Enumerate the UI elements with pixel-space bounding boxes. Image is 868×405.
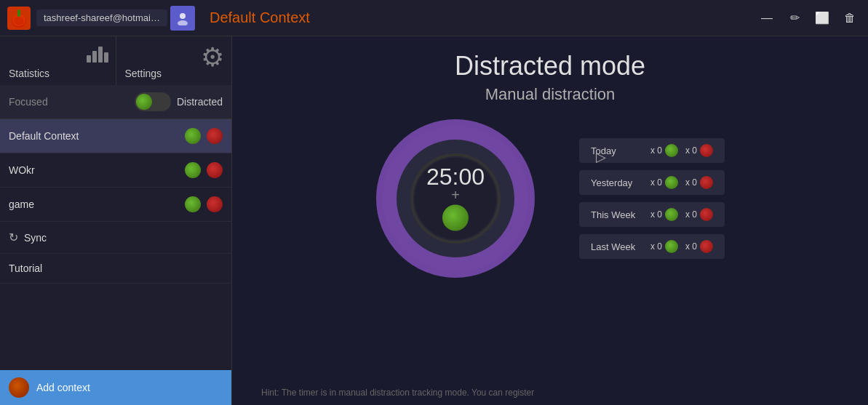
statistics-icon <box>87 42 108 63</box>
context-icons-game <box>185 196 223 212</box>
context-name-game: game <box>9 199 185 210</box>
tutorial-item[interactable]: Tutorial <box>0 254 231 284</box>
sync-label: Sync <box>24 232 47 244</box>
context-name-default: Default Context <box>9 130 185 142</box>
stat-count-group-yesterday-green: x 0 <box>650 176 678 189</box>
stat-row-today: Today x 0 x 0 <box>579 138 725 163</box>
stat-label-lastweek: Last Week <box>591 241 643 252</box>
stats-panel: Today x 0 x 0 Yesterday x 0 <box>579 138 725 259</box>
stat-count-lastweek-green: x 0 <box>650 241 662 252</box>
app-title: Default Context <box>195 9 756 26</box>
focus-toggle-switch[interactable] <box>135 92 171 111</box>
focused-label: Focused <box>9 96 135 108</box>
focus-toggle-row: Focused Distracted <box>0 85 231 119</box>
stat-count-today-green: x 0 <box>650 145 662 156</box>
stat-row-lastweek: Last Week x 0 x 0 <box>579 234 725 259</box>
stat-row-thisweek: This Week x 0 x 0 <box>579 202 725 227</box>
mode-subtitle: Manual distraction <box>261 85 839 104</box>
sync-icon: ↻ <box>9 230 18 244</box>
stat-red-tomato-thisweek <box>700 208 713 221</box>
stat-green-tomato-lastweek <box>665 240 678 253</box>
statistics-nav-button[interactable]: Statistics <box>0 36 116 85</box>
stat-label-yesterday: Yesterday <box>591 177 643 188</box>
edit-button[interactable]: ✏ <box>784 7 805 29</box>
toggle-knob <box>136 94 152 110</box>
svg-rect-3 <box>17 9 20 17</box>
close-button[interactable]: 🗑 <box>839 7 861 29</box>
user-profile-button[interactable] <box>170 6 195 31</box>
stat-row-yesterday: Yesterday x 0 x 0 <box>579 170 725 195</box>
timer-ring: 25:00 + <box>375 119 535 278</box>
nav-buttons: Statistics ⚙ Settings <box>0 36 231 85</box>
app-icon <box>7 7 31 30</box>
stat-red-tomato-today <box>700 144 713 157</box>
context-icons-wokr <box>185 162 223 178</box>
stat-count-lastweek-red: x 0 <box>685 241 697 252</box>
context-item-default[interactable]: Default Context <box>0 119 231 153</box>
green-tomato-default <box>185 128 201 144</box>
settings-nav-button[interactable]: ⚙ Settings <box>116 36 232 85</box>
stat-count-thisweek-green: x 0 <box>650 209 662 220</box>
titlebar-controls: — ✏ ⬜ 🗑 <box>756 7 861 29</box>
stat-count-group-thisweek-green: x 0 <box>650 208 678 221</box>
stat-green-tomato-thisweek <box>665 208 678 221</box>
stat-count-group-yesterday-red: x 0 <box>685 176 713 189</box>
stat-count-group-lastweek-red: x 0 <box>685 240 713 253</box>
distracted-label: Distracted <box>177 96 223 108</box>
svg-point-5 <box>180 13 186 19</box>
stat-green-tomato-yesterday <box>665 176 678 189</box>
add-context-button[interactable]: Add context <box>0 370 231 405</box>
svg-point-4 <box>14 17 24 25</box>
stat-red-tomato-yesterday <box>700 176 713 189</box>
stat-label-today: Today <box>591 145 643 156</box>
red-tomato-game <box>207 196 223 212</box>
user-email: tashreef-shareef@hotmail... <box>36 9 167 26</box>
stat-count-group-lastweek-green: x 0 <box>650 240 678 253</box>
context-item-wokr[interactable]: WOkr <box>0 153 231 188</box>
maximize-button[interactable]: ⬜ <box>811 7 833 29</box>
main-content: Distracted mode ▷ Manual distraction 25 <box>232 36 868 405</box>
context-icons-default <box>185 128 223 144</box>
svg-point-6 <box>178 20 188 25</box>
stat-label-thisweek: This Week <box>591 209 643 220</box>
hint-text: Hint: The timer is in manual distraction… <box>261 388 534 398</box>
add-context-label: Add context <box>36 382 90 393</box>
sidebar: Statistics ⚙ Settings Focused Distracted… <box>0 36 232 405</box>
sync-item[interactable]: ↻ Sync <box>0 222 231 254</box>
context-name-wokr: WOkr <box>9 164 185 176</box>
red-tomato-wokr <box>207 162 223 178</box>
stat-count-yesterday-red: x 0 <box>685 177 697 188</box>
green-tomato-wokr <box>185 162 201 178</box>
settings-label: Settings <box>125 68 162 79</box>
stat-count-yesterday-green: x 0 <box>650 177 662 188</box>
stat-count-group-today-red: x 0 <box>685 144 713 157</box>
stat-count-group-today-green: x 0 <box>650 144 678 157</box>
green-tomato-game <box>185 196 201 212</box>
main-layout: Statistics ⚙ Settings Focused Distracted… <box>0 36 868 405</box>
gear-icon: ⚙ <box>201 42 224 73</box>
mode-title: Distracted mode <box>261 51 839 81</box>
red-tomato-default <box>207 128 223 144</box>
titlebar: tashreef-shareef@hotmail... Default Cont… <box>0 0 868 36</box>
stat-count-group-thisweek-red: x 0 <box>685 208 713 221</box>
add-context-icon <box>9 377 29 398</box>
minimize-button[interactable]: — <box>756 7 778 29</box>
statistics-label: Statistics <box>9 68 49 79</box>
timer-center: 25:00 + <box>426 164 485 234</box>
context-list: Default Context WOkr game <box>0 119 231 370</box>
timer-tomato <box>442 205 469 231</box>
timer-area: 25:00 + Today x 0 x 0 <box>261 119 839 278</box>
stat-red-tomato-lastweek <box>700 240 713 253</box>
stat-green-tomato-today <box>665 144 678 157</box>
stat-count-today-red: x 0 <box>685 145 697 156</box>
stat-count-thisweek-red: x 0 <box>685 209 697 220</box>
context-item-game[interactable]: game <box>0 188 231 222</box>
tutorial-label: Tutorial <box>9 262 42 274</box>
